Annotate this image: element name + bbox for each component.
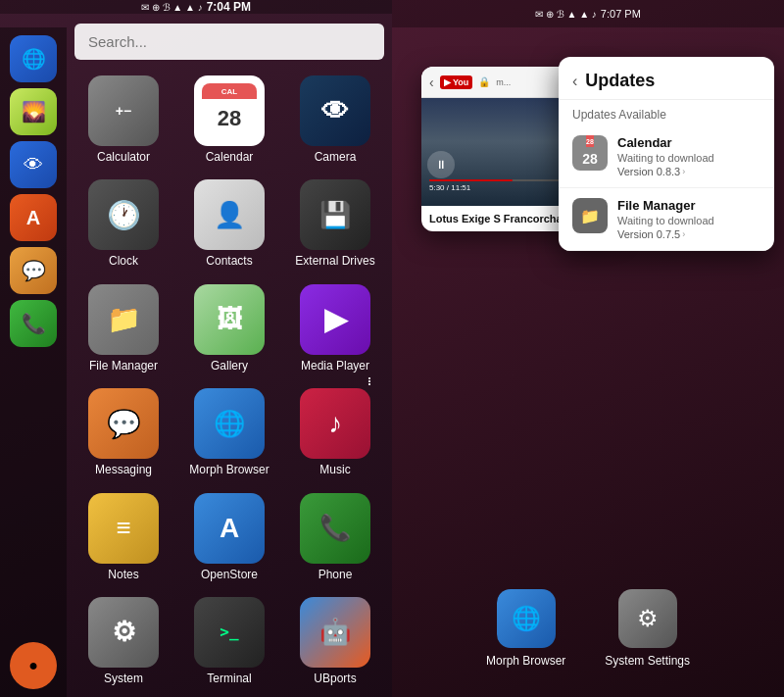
app-label-contacts: Contacts: [206, 254, 252, 268]
update-version-filemanager: Version 0.7.5 ›: [617, 228, 760, 240]
sidebar-item-browser[interactable]: 🌐: [10, 35, 57, 82]
app-label-files: File Manager: [89, 359, 158, 373]
chevron-right-icon-2: ›: [682, 229, 685, 239]
progress-fill: [429, 179, 513, 181]
lock-icon: 🔒: [478, 76, 490, 87]
music-icon: ♪: [300, 388, 370, 459]
app-item-terminal[interactable]: >_ Terminal: [180, 593, 278, 689]
messaging-app-icon: 💬: [88, 388, 159, 459]
sidebar-item-gallery[interactable]: 🌄: [10, 88, 57, 135]
app-item-music[interactable]: ♪ Music: [286, 384, 384, 480]
right-time: 7:07 PM: [601, 8, 641, 20]
app-label-camera: Camera: [315, 150, 357, 164]
update-name-calendar: Calendar: [617, 135, 760, 150]
dock-label-morph: Morph Browser: [486, 654, 565, 668]
update-version-calendar: Version 0.8.3 ›: [617, 166, 760, 177]
update-status-calendar: Waiting to download: [617, 152, 760, 164]
search-input[interactable]: [74, 24, 384, 60]
url-text: m...: [496, 77, 511, 87]
app-item-media-player[interactable]: ▶ Media Player: [286, 280, 384, 376]
app-label-ubports: UBports: [314, 672, 356, 685]
left-sidebar: 🌐 🌄 👁 A 💬 📞 ●: [0, 27, 67, 697]
app-label-morph: Morph Browser: [189, 463, 269, 476]
cards-area: ‹ ▶ You 🔒 m... ▶ YouTube ⏸ 5:3: [392, 27, 784, 570]
gallery-icon: 🌄: [22, 100, 46, 124]
app-item-gallery[interactable]: 🖼 Gallery: [180, 280, 278, 376]
dock-morph-icon: 🌐: [497, 589, 556, 648]
app-label-drives: External Drives: [295, 254, 374, 268]
app-item-morph-browser[interactable]: 🌐 Morph Browser: [180, 384, 278, 480]
dock-label-settings: System Settings: [605, 654, 690, 668]
update-item-calendar[interactable]: 28 28 Calendar Waiting to download Versi…: [559, 125, 774, 188]
update-calendar-icon: 28 28: [572, 135, 608, 171]
app-item-file-manager[interactable]: 📁 File Manager: [74, 280, 172, 376]
sidebar-item-camera[interactable]: 👁: [10, 141, 57, 188]
app-label-system: System: [104, 672, 143, 685]
system-icon: ⚙: [88, 597, 159, 668]
app-label-terminal: Terminal: [207, 672, 251, 685]
notes-icon: ≡: [88, 493, 159, 564]
drives-icon: 💾: [300, 179, 370, 250]
update-item-filemanager[interactable]: 📁 File Manager Waiting to download Versi…: [559, 188, 774, 251]
chevron-right-icon: ›: [682, 167, 685, 176]
sidebar-item-messaging[interactable]: 💬: [10, 247, 57, 294]
files-icon: 📁: [88, 284, 159, 355]
sidebar-ubuntu-button[interactable]: ●: [10, 642, 57, 689]
left-status-bar: ✉ ⊕ ℬ ▲ ▲ ♪ 7:04 PM: [0, 0, 392, 14]
app-item-phone[interactable]: 📞 Phone: [286, 489, 384, 585]
back-button[interactable]: ‹: [429, 75, 434, 90]
sidebar-item-store[interactable]: A: [10, 194, 57, 241]
phone-icon: 📞: [22, 312, 46, 335]
gallery-app-icon: 🖼: [194, 284, 265, 355]
store-icon: A: [26, 207, 40, 229]
messaging-icon: 💬: [22, 259, 46, 282]
calculator-icon: +−: [88, 75, 159, 146]
app-item-openstore[interactable]: A OpenStore: [180, 489, 278, 585]
app-label-calculator: Calculator: [97, 150, 150, 164]
updates-title: Updates: [585, 71, 655, 91]
update-filemanager-icon: 📁: [572, 198, 608, 233]
app-label-phone: Phone: [318, 568, 353, 581]
updates-header: ‹ Updates: [559, 57, 774, 100]
more-options-button[interactable]: ···: [360, 376, 380, 385]
app-item-camera[interactable]: 👁 Camera: [286, 72, 384, 168]
app-label-calendar: Calendar: [206, 150, 254, 164]
camera-icon: 👁: [24, 154, 43, 176]
openstore-icon: A: [194, 493, 265, 564]
contacts-icon: 👤: [194, 179, 265, 250]
updates-card[interactable]: ‹ Updates Updates Available 28 28 Calend…: [559, 57, 774, 251]
status-icons-right: ✉ ⊕ ℬ ▲ ▲ ♪: [535, 9, 597, 20]
browser-icon: 🌐: [22, 47, 46, 71]
ubuntu-icon: ●: [28, 657, 38, 674]
updates-back-button[interactable]: ‹: [572, 73, 577, 90]
updates-available-label: Updates Available: [559, 100, 774, 125]
clock-icon: 🕐: [88, 179, 159, 250]
bottom-dock: 🌐 Morph Browser ⚙ System Settings: [392, 570, 784, 697]
phone-app-icon: 📞: [300, 493, 370, 564]
status-icons-left: ✉ ⊕ ℬ ▲ ▲ ♪: [141, 2, 203, 13]
right-status-bar: ✉ ⊕ ℬ ▲ ▲ ♪ 7:07 PM: [392, 0, 784, 27]
app-item-calculator[interactable]: +− Calculator: [74, 72, 172, 168]
app-item-ubports[interactable]: 🤖 UBports: [286, 593, 384, 689]
dock-item-settings[interactable]: ⚙ System Settings: [605, 589, 690, 668]
morph-icon: 🌐: [194, 388, 265, 459]
app-item-system[interactable]: ⚙ System: [74, 593, 172, 689]
app-label-notes: Notes: [108, 568, 138, 581]
camera-app-icon: 👁: [300, 75, 370, 146]
media-icon: ▶: [300, 284, 370, 355]
terminal-icon: >_: [194, 597, 265, 668]
app-item-contacts[interactable]: 👤 Contacts: [180, 175, 278, 272]
ubports-icon: 🤖: [300, 597, 370, 668]
play-pause-button[interactable]: ⏸: [427, 151, 455, 178]
app-item-calendar[interactable]: CAL 28 Calendar: [180, 72, 278, 168]
sidebar-item-phone[interactable]: 📞: [10, 300, 57, 347]
app-item-notes[interactable]: ≡ Notes: [74, 489, 172, 585]
app-item-messaging[interactable]: 💬 Messaging: [74, 384, 172, 480]
update-status-filemanager: Waiting to download: [617, 215, 760, 226]
youtube-logo: ▶ You: [440, 75, 473, 89]
left-time: 7:04 PM: [207, 0, 251, 14]
app-item-external-drives[interactable]: 💾 External Drives: [286, 175, 384, 272]
app-item-clock[interactable]: 🕐 Clock: [74, 175, 172, 272]
dock-item-morph[interactable]: 🌐 Morph Browser: [486, 589, 565, 668]
app-label-media: Media Player: [301, 359, 369, 373]
